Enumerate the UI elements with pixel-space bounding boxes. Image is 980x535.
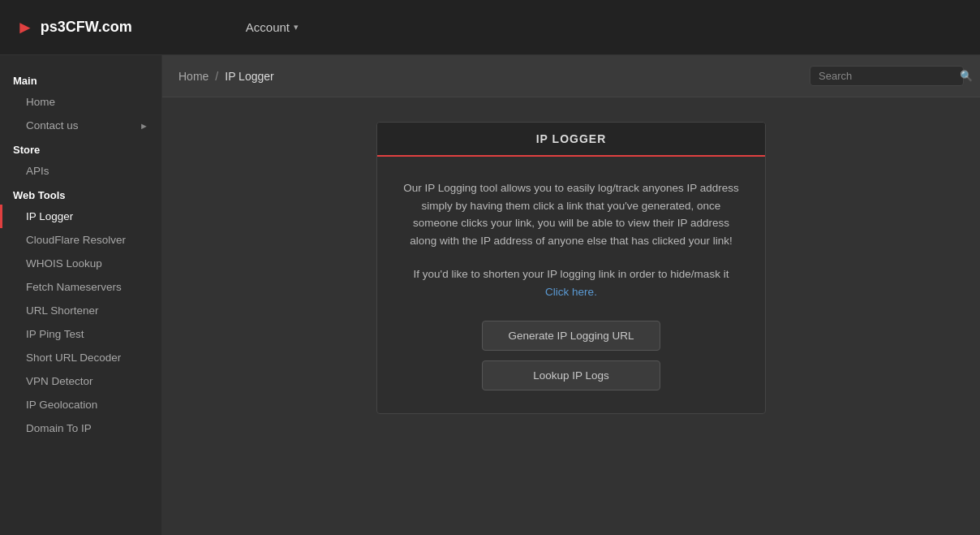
card-header: IP LOGGER: [377, 123, 765, 157]
sidebar-item-ip-ping-test-label: IP Ping Test: [26, 328, 84, 340]
logo-area: ► ps3CFW.com: [16, 17, 132, 38]
sidebar-item-short-url-decoder-label: Short URL Decoder: [26, 352, 121, 364]
sidebar-item-apis-label: APIs: [26, 165, 49, 177]
sidebar-item-whois-lookup-label: WHOIS Lookup: [26, 257, 102, 270]
account-caret-icon: ▾: [294, 22, 299, 32]
card-buttons: Generate IP Logging URL Lookup IP Logs: [402, 321, 741, 390]
sidebar-item-domain-to-ip-label: Domain To IP: [26, 422, 92, 434]
content-area: Home / IP Logger 🔍 IP LOGGER Our IP Logg…: [162, 55, 980, 535]
lookup-ip-logs-button[interactable]: Lookup IP Logs: [482, 360, 660, 390]
top-nav: ► ps3CFW.com Account ▾: [0, 0, 980, 55]
sidebar-item-url-shortener[interactable]: URL Shortener: [0, 299, 161, 322]
account-menu[interactable]: Account ▾: [246, 20, 299, 34]
sidebar-item-ip-geolocation-label: IP Geolocation: [26, 399, 97, 411]
card-description-2-text: If you'd like to shorten your IP logging…: [414, 268, 729, 280]
breadcrumb-separator: /: [215, 70, 218, 83]
generate-url-button[interactable]: Generate IP Logging URL: [482, 321, 660, 351]
sidebar-item-ip-logger-label: IP Logger: [26, 210, 73, 222]
logo-text: ps3CFW.com: [41, 19, 132, 36]
search-input[interactable]: [819, 70, 955, 82]
sidebar-item-contact-us-label: Contact us: [26, 119, 79, 132]
search-icon[interactable]: 🔍: [960, 70, 973, 82]
sidebar-item-fetch-nameservers-label: Fetch Nameservers: [26, 281, 122, 293]
ip-logger-card: IP LOGGER Our IP Logging tool allows you…: [376, 122, 766, 414]
sidebar-item-ip-logger[interactable]: IP Logger: [0, 205, 161, 228]
sidebar-item-url-shortener-label: URL Shortener: [26, 304, 99, 317]
breadcrumb: Home / IP Logger: [178, 70, 274, 83]
card-description-2: If you'd like to shorten your IP logging…: [402, 265, 741, 300]
sidebar-item-vpn-detector-label: VPN Detector: [26, 375, 93, 387]
sidebar-item-contact-us[interactable]: Contact us ►: [0, 114, 161, 137]
sidebar-item-apis[interactable]: APIs: [0, 159, 161, 183]
breadcrumb-bar: Home / IP Logger 🔍: [162, 55, 980, 97]
sidebar-item-home-label: Home: [26, 96, 55, 108]
page-content: IP LOGGER Our IP Logging tool allows you…: [162, 97, 980, 535]
sidebar-item-domain-to-ip[interactable]: Domain To IP: [0, 416, 161, 440]
logo-chevron-icon: ►: [16, 17, 34, 38]
sidebar-section-main: Main: [0, 68, 161, 90]
main-layout: Main Home Contact us ► Store APIs Web To…: [0, 55, 980, 535]
account-label: Account: [246, 20, 290, 34]
sidebar-section-web-tools: Web Tools: [0, 183, 161, 205]
card-description-1: Our IP Logging tool allows you to easily…: [402, 179, 741, 249]
sidebar-item-home[interactable]: Home: [0, 90, 161, 114]
sidebar-item-ip-geolocation[interactable]: IP Geolocation: [0, 393, 161, 416]
click-here-link[interactable]: Click here.: [545, 286, 597, 298]
sidebar-item-short-url-decoder[interactable]: Short URL Decoder: [0, 346, 161, 369]
sidebar-item-ip-ping-test[interactable]: IP Ping Test: [0, 322, 161, 346]
search-box: 🔍: [810, 66, 964, 86]
sidebar-item-whois-lookup[interactable]: WHOIS Lookup: [0, 252, 161, 275]
breadcrumb-current: IP Logger: [225, 70, 273, 83]
sidebar: Main Home Contact us ► Store APIs Web To…: [0, 55, 162, 535]
sidebar-section-store: Store: [0, 137, 161, 159]
card-description-1-text: Our IP Logging tool allows you to easily…: [403, 182, 739, 247]
breadcrumb-home[interactable]: Home: [178, 70, 208, 83]
sidebar-item-cloudflare-resolver-label: CloudFlare Resolver: [26, 234, 126, 246]
sidebar-item-cloudflare-resolver[interactable]: CloudFlare Resolver: [0, 228, 161, 252]
card-body: Our IP Logging tool allows you to easily…: [377, 157, 765, 413]
sidebar-item-vpn-detector[interactable]: VPN Detector: [0, 369, 161, 393]
chevron-right-icon: ►: [140, 121, 148, 131]
sidebar-item-fetch-nameservers[interactable]: Fetch Nameservers: [0, 275, 161, 299]
